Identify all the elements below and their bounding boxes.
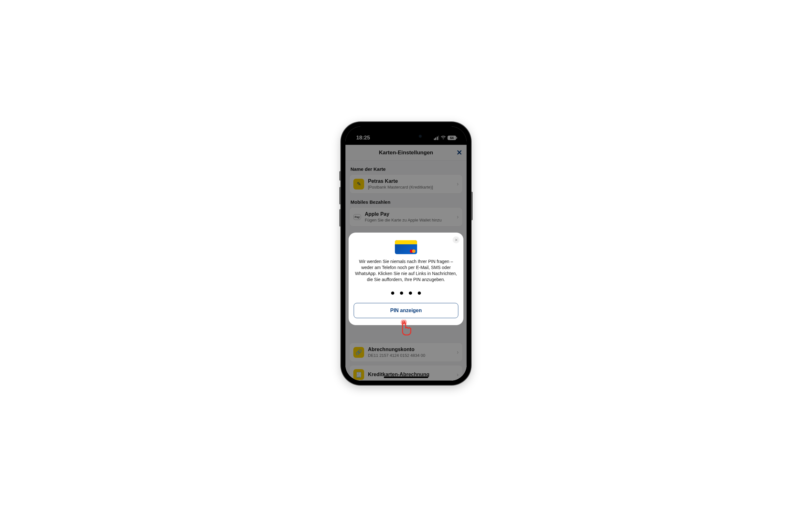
phone-frame: 18:25 64 Karten-Einstellungen ✕ Name der…: [341, 122, 471, 385]
home-indicator[interactable]: [384, 377, 428, 378]
pin-modal: ✕ Wir werden Sie niemals nach Ihrer PIN …: [349, 233, 463, 325]
mute-switch: [339, 171, 341, 181]
volume-down-button: [339, 209, 341, 227]
modal-close-icon[interactable]: ✕: [453, 236, 460, 243]
credit-card-icon: [395, 240, 417, 254]
pin-dot: [409, 291, 412, 295]
volume-up-button: [339, 187, 341, 205]
pin-dot: [400, 291, 403, 295]
pin-dots: [354, 291, 458, 295]
power-button: [471, 192, 473, 220]
pin-dot: [418, 291, 421, 295]
pin-dot: [391, 291, 394, 295]
modal-warning-text: Wir werden Sie niemals nach Ihrer PIN fr…: [354, 259, 458, 283]
phone-screen: 18:25 64 Karten-Einstellungen ✕ Name der…: [345, 126, 467, 381]
show-pin-button[interactable]: PIN anzeigen: [354, 303, 458, 318]
